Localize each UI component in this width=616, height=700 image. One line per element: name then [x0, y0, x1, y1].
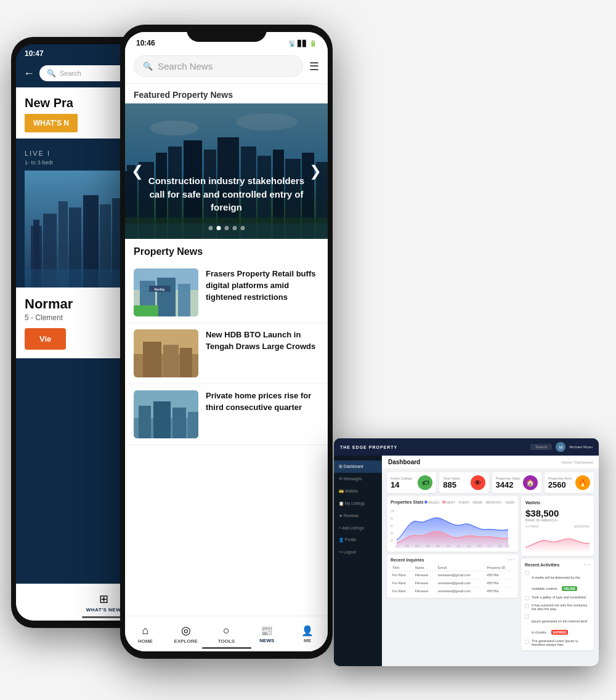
stat-icon-1: 🏷 [418, 475, 432, 490]
svg-text:FEB: FEB [405, 545, 409, 548]
news-item-2[interactable]: New HDB BTO Launch in Tengah Draws Large… [125, 323, 328, 384]
stat-total-views: Total Views 885 👁 [439, 472, 488, 493]
front-menu-icon[interactable]: ☰ [309, 60, 319, 73]
dash-sidebar-item-reviews[interactable]: ★ Reviews [334, 510, 382, 522]
activity-checkbox-5[interactable] [525, 640, 529, 644]
news-item-3[interactable]: Private home prices rise for third conse… [125, 384, 328, 445]
hero-dot-3[interactable] [224, 226, 229, 230]
news-content-3: Private home prices rise for third conse… [206, 390, 319, 438]
back-search-placeholder: Search [60, 70, 81, 77]
activity-text-5: The generated Lorem Ipsum is therefore a… [532, 639, 590, 646]
front-search-box[interactable]: 🔍 Search News [134, 55, 303, 77]
wallet-mini-chart [525, 532, 590, 552]
hero-text: Construction industry stakeholders call … [147, 174, 306, 214]
dash-activities-section: Recent Activities • • • A media will be … [521, 559, 594, 650]
wallet-stat1: ••••76969 [525, 525, 538, 528]
svg-text:10K: 10K [391, 509, 394, 513]
front-news-label: Property News [125, 239, 328, 262]
dash-sidebar-item-add[interactable]: + Add Listings [334, 522, 382, 534]
front-nav-news[interactable]: 📰 NEWS [246, 625, 287, 643]
svg-text:JAN: JAN [395, 545, 399, 548]
back-whats-new-btn[interactable]: WHAT'S N [25, 114, 78, 132]
dash-sidebar-item-profile[interactable]: 👤 Profile [334, 534, 382, 546]
wallet-card-title: Wallets [525, 501, 590, 505]
front-nav-explore[interactable]: ◎ EXPLORE [166, 624, 206, 644]
stat-prop-rent: Properties Rent 2560 🔥 [545, 472, 594, 493]
front-nav-me[interactable]: 👤 ME [287, 625, 328, 643]
dash-sidebar-item-wallets[interactable]: 💳 Wallets [334, 485, 382, 497]
hero-dot-2[interactable] [216, 226, 221, 230]
dash-sidebar-item-messages[interactable]: ✉ Messages [334, 473, 382, 485]
news-title-1: Frasers Property Retail buffs digital pl… [206, 268, 319, 304]
svg-rect-37 [157, 278, 176, 316]
front-nav-me-label: ME [304, 638, 311, 643]
front-status-time: 10:46 [136, 39, 155, 47]
stat-value-3: 3442 [496, 480, 521, 489]
col-title: Title [391, 565, 413, 571]
logout-icon: ↪ [339, 550, 344, 554]
hero-prev-btn[interactable]: ❮ [131, 163, 144, 180]
front-nav-news-label: NEWS [259, 638, 274, 643]
activities-more-icon[interactable]: • • • [584, 563, 590, 567]
inquiries-table: Title Name Email Property ID For Rent [391, 565, 514, 595]
stat-label-2: Total Views [443, 477, 460, 480]
scene: 10:47 📷⚡ ← 🔍 Search New Pra WHAT'S N [0, 0, 616, 700]
front-hero-carousel[interactable]: ❮ ❯ Construction industry stakeholders c… [125, 103, 328, 239]
news-title-2: New HDB BTO Launch in Tengah Draws Large… [206, 329, 319, 353]
svg-rect-50 [153, 401, 171, 438]
activity-checkbox-3[interactable] [525, 604, 529, 608]
table-row[interactable]: For Rent Fleraone menware@gmail.com #507… [391, 571, 514, 579]
activities-title: Recent Activities [525, 563, 559, 567]
hero-next-btn[interactable]: ❯ [309, 163, 322, 180]
dash-sidebar: ⊞ Dashboard ✉ Messages 💳 Wallets 📋 My Li… [334, 456, 382, 666]
dash-user-name: Michael Wyan [569, 445, 593, 449]
svg-text:OCT: OCT [488, 545, 492, 548]
dash-main: Dashboard Home / Dashboard Active Listin… [382, 456, 599, 666]
dash-sidebar-item-logout[interactable]: ↪ Logout [334, 546, 382, 558]
dash-sidebar-item-listings[interactable]: 📋 My Listings [334, 497, 382, 510]
activity-badge-4: EXPIRED [551, 630, 569, 635]
activity-item-1: A media will be distracted by the readab… [525, 570, 590, 592]
svg-rect-49 [139, 406, 151, 438]
activity-checkbox-4[interactable] [525, 614, 529, 619]
back-nav-whats-new-label: WHAT'S NEW [86, 607, 121, 613]
front-phone: 10:46 📡▊▊🔋 🔍 Search News ☰ Featured Prop… [120, 25, 333, 659]
activity-checkbox-2[interactable] [525, 596, 529, 600]
stat-label-4: Properties Rent [548, 477, 572, 480]
stat-label-3: Properties Sales [496, 477, 521, 480]
news-item-1[interactable]: Northp Frasers Property Retail buffs dig… [125, 262, 328, 323]
hero-dot-4[interactable] [232, 226, 237, 230]
svg-text:4K: 4K [391, 531, 393, 535]
dash-chart-section: Properties Stats SALES RENT TODAY WEEK M… [387, 496, 518, 552]
news-thumb-3 [134, 390, 198, 438]
svg-text:JUL: JUL [457, 545, 460, 548]
stat-icon-2: 👁 [471, 475, 485, 490]
back-arrow-icon[interactable]: ← [23, 67, 34, 80]
front-status-icons: 📡▊▊🔋 [288, 40, 317, 47]
stat-value-1: 14 [391, 480, 412, 489]
front-screen: 10:46 📡▊▊🔋 🔍 Search News ☰ Featured Prop… [125, 32, 328, 651]
news-content-1: Frasers Property Retail buffs digital pl… [206, 268, 319, 316]
dash-breadcrumb: Home / Dashboard [562, 461, 593, 464]
tools-icon: ○ [223, 624, 230, 637]
hero-dot-1[interactable] [208, 226, 213, 230]
dash-avatar: M [556, 442, 565, 452]
col-id: Property ID [485, 565, 514, 571]
stat-label-1: Active Listings [391, 477, 412, 480]
news-icon: 📰 [261, 625, 273, 637]
table-row[interactable]: For Rent Fleraone menware@gmail.com #507… [391, 587, 514, 595]
svg-text:JUN: JUN [447, 545, 450, 548]
inquiries-more-icon[interactable]: • • • [508, 558, 514, 562]
front-header: 🔍 Search News ☰ [125, 52, 328, 84]
home-icon: ⌂ [142, 624, 148, 637]
activity-checkbox-1[interactable] [525, 571, 529, 575]
news-thumb-1: Northp [134, 268, 198, 316]
front-nav-tools[interactable]: ○ TOOLS [206, 624, 247, 644]
table-row[interactable]: For Rent Fleraone menware@gmail.com #507… [391, 579, 514, 587]
front-nav-home[interactable]: ⌂ HOME [125, 624, 166, 644]
svg-text:MAR: MAR [415, 545, 419, 548]
dash-sidebar-item-dashboard[interactable]: ⊞ Dashboard [334, 461, 382, 473]
dash-search-input[interactable]: Search [530, 444, 552, 450]
back-view-btn[interactable]: Vie [25, 328, 66, 350]
hero-dot-5[interactable] [240, 226, 245, 230]
